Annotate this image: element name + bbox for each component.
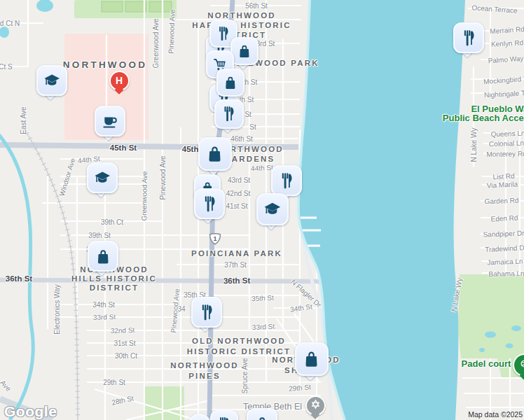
shopping-bag-icon [247,408,277,420]
shopping-bag-map-marker[interactable] [295,342,326,373]
shopping-bag-map-marker[interactable] [216,69,242,94]
restaurant-map-marker[interactable] [271,165,299,193]
padel-court-icon-glyph [519,358,524,372]
restaurant-map-marker[interactable] [191,297,219,325]
shopping-bag-map-marker[interactable] [230,37,256,62]
restaurant-map-marker[interactable] [214,99,241,126]
restaurant-icon [191,297,222,328]
graduation-cap-map-marker[interactable] [87,162,115,190]
graduation-cap-map-marker[interactable] [36,65,64,93]
restaurant-icon [214,99,244,129]
restaurant-map-marker[interactable] [453,22,481,50]
map-attribution: Map data ©2025 [468,410,523,419]
synagogue-icon[interactable] [305,396,326,416]
map-canvas[interactable]: d Ct NCt S56th St3rd Stth Stth Sth StSt4… [0,0,524,420]
shopping-bag-icon [230,37,258,65]
shopping-bag-map-marker[interactable] [247,408,275,420]
shopping-bag-icon [216,69,244,97]
shopping-bag-icon [198,137,232,171]
us-route-1-shield: 1 [208,232,222,250]
coffee-icon [95,106,125,136]
poi-label[interactable]: Padel court [462,358,511,369]
sport-fields [102,1,172,12]
road-36th-st [0,280,319,281]
restaurant-icon [194,188,225,219]
graduation-cap-icon [87,162,118,193]
restaurant-icon [210,410,238,420]
graduation-cap-map-marker[interactable] [256,193,286,223]
restaurant-icon [453,22,484,53]
graduation-cap-icon [36,65,67,96]
search-icon [188,414,212,420]
svg-text:1: 1 [213,235,216,242]
shopping-bag-map-marker[interactable] [88,241,116,269]
restaurant-icon [271,165,302,196]
synagogue-icon-glyph [310,399,321,412]
shopping-bag-icon [295,342,329,376]
shopping-bag-map-marker[interactable] [198,137,229,168]
coffee-map-marker[interactable] [95,106,123,134]
shopping-bag-icon [88,241,118,272]
google-logo[interactable]: Google [4,403,57,420]
restaurant-map-marker[interactable] [194,188,222,216]
hospital-marker[interactable]: H [109,71,130,91]
graduation-cap-icon [256,193,289,225]
road-45th-st [0,145,298,147]
search-map-marker[interactable] [188,414,209,420]
hospital-marker-glyph: H [116,74,123,87]
restaurant-map-marker[interactable] [210,410,235,420]
